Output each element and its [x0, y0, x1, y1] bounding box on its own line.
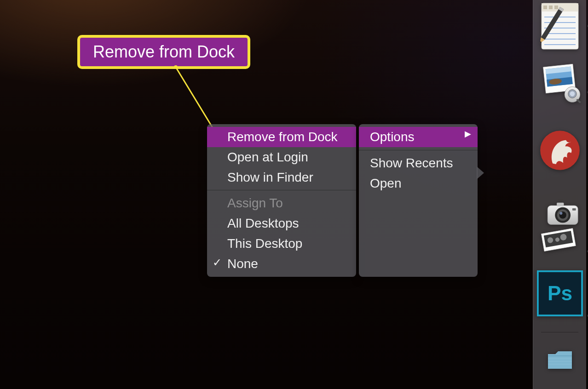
- context-menu-item-label: Show Recents: [370, 156, 453, 170]
- dock-context-menu: Options ▶ Show Recents Open: [359, 124, 478, 277]
- options-this-desktop[interactable]: This Desktop: [207, 234, 356, 254]
- svg-point-25: [565, 136, 572, 143]
- context-menu-open[interactable]: Open: [359, 173, 478, 194]
- options-all-desktops[interactable]: All Desktops: [207, 213, 356, 234]
- svg-point-36: [559, 212, 562, 215]
- svg-rect-37: [572, 208, 576, 211]
- options-item-label: Open at Login: [227, 150, 308, 164]
- options-none[interactable]: ✓ None: [207, 254, 356, 274]
- options-submenu: Remove from Dock Open at Login Show in F…: [207, 124, 356, 277]
- options-item-label: None: [227, 257, 258, 271]
- image-capture-icon[interactable]: [537, 193, 583, 257]
- callout-remove-from-dock: Remove from Dock: [77, 35, 250, 69]
- menu-separator: [359, 150, 478, 150]
- svg-text:Ps: Ps: [547, 282, 572, 304]
- options-item-label: Show in Finder: [227, 170, 313, 184]
- callout-label: Remove from Dock: [93, 42, 235, 61]
- options-item-label: Remove from Dock: [227, 130, 338, 144]
- downloads-folder-icon[interactable]: [537, 346, 583, 374]
- photoshop-icon[interactable]: Ps: [537, 270, 583, 316]
- bear-app-icon[interactable]: [537, 120, 583, 180]
- options-item-label: Assign To: [227, 196, 283, 210]
- svg-rect-2: [543, 6, 547, 9]
- options-open-at-login[interactable]: Open at Login: [207, 147, 356, 167]
- menu-pointer-notch: [477, 166, 484, 179]
- options-remove-from-dock[interactable]: Remove from Dock: [207, 127, 356, 147]
- preview-icon[interactable]: [537, 62, 583, 108]
- svg-rect-3: [549, 6, 553, 9]
- textedit-icon[interactable]: [537, 3, 583, 49]
- options-item-label: All Desktops: [227, 216, 299, 230]
- context-menu-item-label: Open: [370, 176, 402, 190]
- dock: Ps: [533, 0, 586, 389]
- submenu-arrow-icon: ▶: [465, 128, 471, 139]
- context-menu-container: Remove from Dock Open at Login Show in F…: [207, 124, 478, 277]
- svg-point-22: [570, 92, 575, 97]
- svg-rect-4: [554, 6, 558, 9]
- dock-separator: [541, 332, 578, 332]
- context-menu-options[interactable]: Options ▶: [359, 127, 478, 147]
- options-assign-to-header: Assign To: [207, 193, 356, 213]
- options-show-in-finder[interactable]: Show in Finder: [207, 167, 356, 188]
- svg-rect-32: [557, 203, 564, 206]
- options-label: Options: [370, 130, 415, 144]
- context-menu-show-recents[interactable]: Show Recents: [359, 153, 478, 173]
- menu-separator: [207, 190, 356, 190]
- checkmark-icon: ✓: [213, 255, 222, 270]
- options-item-label: This Desktop: [227, 236, 302, 251]
